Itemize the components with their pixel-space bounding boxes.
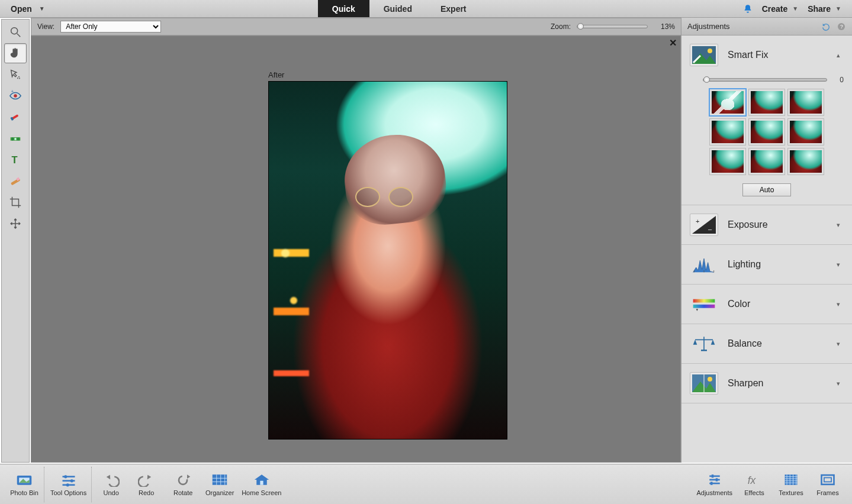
expand-chevron-icon[interactable]: ▾	[837, 340, 844, 348]
view-select[interactable]: After Only	[60, 21, 161, 33]
move-tool[interactable]	[4, 214, 27, 234]
options-bar: View: After Only Zoom: 13%	[31, 18, 681, 35]
textures-tab[interactable]: Textures	[773, 467, 809, 502]
preset-thumbnail[interactable]	[748, 148, 785, 175]
color-icon	[690, 293, 718, 315]
svg-text:fx: fx	[748, 474, 757, 486]
svg-marker-49	[187, 474, 190, 479]
svg-text:T: T	[12, 154, 18, 165]
exposure-section: +– Exposure ▾	[681, 205, 852, 245]
expand-chevron-icon[interactable]: ▾	[837, 221, 844, 229]
auto-button[interactable]: Auto	[742, 183, 791, 196]
exposure-header[interactable]: +– Exposure ▾	[681, 205, 852, 244]
svg-point-44	[70, 479, 73, 482]
quick-select-tool[interactable]	[4, 64, 27, 85]
smartfix-header[interactable]: Smart Fix ▴	[681, 35, 852, 75]
help-icon[interactable]: ?	[837, 22, 846, 31]
preset-thumbnail[interactable]	[748, 118, 785, 146]
adjustments-panel-header: Adjustments ?	[681, 18, 852, 35]
hand-tool[interactable]	[4, 43, 27, 63]
mode-expert[interactable]: Expert	[426, 0, 481, 17]
task-label: Undo	[104, 489, 119, 496]
sharpen-icon	[690, 372, 718, 395]
smartfix-slider[interactable]: 0	[703, 76, 844, 84]
preset-thumbnail[interactable]	[748, 89, 785, 116]
tool-options-button[interactable]: Tool Options	[44, 467, 90, 502]
open-menu[interactable]: Open ▼	[0, 0, 56, 17]
dropdown-caret-icon: ▼	[39, 5, 45, 12]
svg-point-43	[64, 475, 67, 478]
view-label: View:	[37, 22, 54, 31]
undo-button[interactable]: Undo	[91, 467, 128, 502]
organizer-button[interactable]: Organizer	[201, 467, 238, 502]
svg-rect-61	[711, 474, 713, 477]
straighten-tool[interactable]	[4, 128, 27, 148]
preset-thumbnail[interactable]	[709, 148, 746, 175]
mode-switcher: Quick Guided Expert	[318, 0, 481, 17]
smartfix-slider-value: 0	[833, 76, 844, 84]
crop-tool[interactable]	[4, 192, 27, 212]
notifications-bell-icon[interactable]	[743, 4, 753, 14]
svg-rect-28	[693, 305, 715, 308]
preset-thumbnail[interactable]	[709, 118, 746, 146]
photo-bin-button[interactable]: Photo Bin	[6, 467, 43, 502]
color-section: Color ▾	[681, 285, 852, 324]
lighting-section: Lighting ▾	[681, 245, 852, 285]
task-label: Frames	[816, 489, 838, 496]
rotate-button[interactable]: Rotate	[165, 467, 201, 502]
svg-rect-32	[701, 350, 707, 351]
task-label: Rotate	[173, 489, 192, 496]
svg-text:+: +	[11, 89, 14, 94]
zoom-slider[interactable]	[577, 25, 648, 28]
dropdown-caret-icon: ▼	[792, 5, 798, 12]
svg-marker-29	[696, 309, 698, 311]
spot-heal-tool[interactable]	[4, 171, 27, 191]
svg-rect-27	[693, 299, 715, 303]
document-image[interactable]	[268, 81, 507, 440]
text-tool[interactable]: T	[4, 150, 27, 170]
close-document-button[interactable]: ✕	[669, 37, 677, 49]
lighting-icon	[690, 253, 718, 276]
expand-chevron-icon[interactable]: ▾	[837, 301, 844, 308]
collapse-chevron-icon[interactable]: ▴	[837, 51, 844, 59]
task-label: Home Screen	[242, 489, 281, 496]
task-label: Textures	[779, 489, 803, 496]
mode-guided[interactable]: Guided	[369, 0, 426, 17]
share-menu[interactable]: Share ▼	[808, 4, 841, 14]
zoom-value: 13%	[654, 22, 675, 31]
svg-point-0	[11, 28, 18, 34]
redo-button[interactable]: Redo	[128, 467, 165, 502]
frames-tab[interactable]: Frames	[809, 467, 846, 502]
balance-header[interactable]: Balance ▾	[681, 324, 852, 363]
whiten-teeth-tool[interactable]	[4, 107, 27, 127]
svg-rect-74	[822, 475, 834, 484]
redeye-tool[interactable]: +	[4, 86, 27, 106]
sharpen-label: Sharpen	[728, 378, 827, 389]
effects-tab[interactable]: fx Effects	[736, 467, 773, 502]
expand-chevron-icon[interactable]: ▾	[837, 380, 844, 387]
top-menu-bar: Open ▼ Quick Guided Expert Create ▼ Shar…	[0, 0, 852, 18]
color-header[interactable]: Color ▾	[681, 285, 852, 324]
svg-rect-62	[715, 478, 718, 481]
reset-icon[interactable]	[821, 22, 831, 31]
preset-thumbnail[interactable]	[787, 148, 824, 175]
preset-thumbnail[interactable]	[787, 89, 824, 116]
preset-thumbnail[interactable]	[709, 89, 746, 116]
exposure-icon: +–	[690, 214, 718, 236]
slider-thumb-icon[interactable]	[577, 23, 584, 30]
canvas-area[interactable]: ✕ After	[31, 35, 681, 463]
sharpen-header[interactable]: Sharpen ▾	[681, 364, 852, 403]
svg-rect-75	[824, 477, 831, 482]
mode-label: Expert	[441, 4, 467, 14]
create-menu[interactable]: Create ▼	[762, 4, 799, 14]
home-screen-button[interactable]: Home Screen	[238, 467, 285, 502]
lighting-header[interactable]: Lighting ▾	[681, 245, 852, 284]
zoom-tool[interactable]	[4, 22, 27, 42]
color-label: Color	[728, 299, 827, 309]
after-label: After	[268, 70, 284, 79]
expand-chevron-icon[interactable]: ▾	[837, 261, 844, 269]
adjustments-tab[interactable]: Adjustments	[693, 467, 736, 502]
slider-thumb-icon[interactable]	[703, 76, 710, 83]
mode-quick[interactable]: Quick	[318, 0, 369, 17]
preset-thumbnail[interactable]	[787, 118, 824, 146]
